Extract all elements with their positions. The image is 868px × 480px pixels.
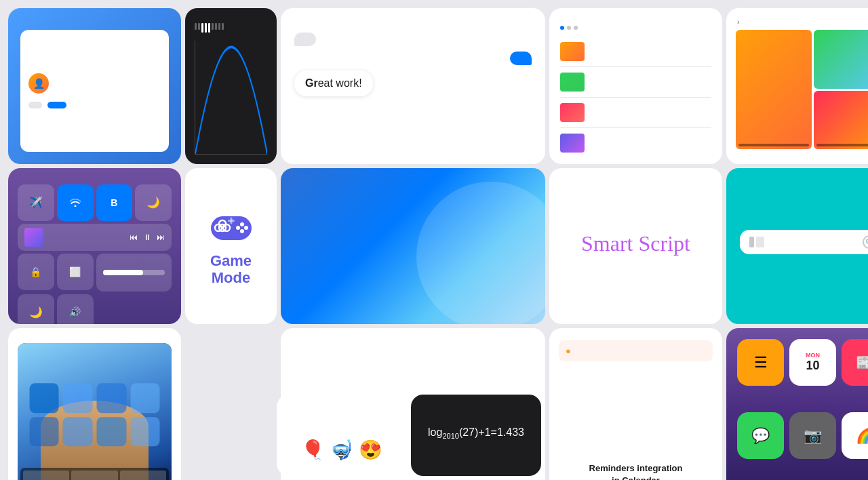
music-controls: ⏮ ⏸ ⏭ bbox=[130, 233, 165, 242]
calendar-month: MON bbox=[806, 352, 820, 359]
reminders-badge-row: ● bbox=[559, 340, 713, 361]
smart-script-title: Smart Script bbox=[581, 231, 690, 256]
bubble-3: Great work! bbox=[294, 71, 373, 96]
music-art bbox=[24, 228, 43, 247]
tick bbox=[205, 23, 207, 33]
cc-wifi bbox=[57, 184, 94, 221]
scene-thumb-cast bbox=[560, 103, 585, 122]
tick bbox=[201, 23, 203, 33]
allow-button[interactable] bbox=[47, 102, 66, 108]
game-mode-card: Game Mode bbox=[185, 168, 277, 324]
svg-point-8 bbox=[240, 229, 244, 233]
tab-bar-card: 🔍 bbox=[726, 168, 868, 324]
bubble-wrapper-2 bbox=[294, 52, 532, 65]
cc-lock: 🔒 bbox=[18, 254, 54, 290]
tick bbox=[198, 23, 200, 30]
scene-thumb-color bbox=[560, 134, 585, 153]
bg-circle bbox=[416, 182, 545, 324]
bubble-wrapper-3: Great work! bbox=[294, 71, 532, 96]
sidebar-left bbox=[749, 237, 754, 247]
photo-small-2 bbox=[814, 91, 868, 150]
tick bbox=[218, 23, 220, 30]
tick bbox=[208, 23, 210, 33]
sharplay-card: 👤 bbox=[8, 8, 181, 164]
pause-icon[interactable]: ⏸ bbox=[143, 233, 151, 242]
widget-1 bbox=[23, 471, 69, 480]
reminders-title: Reminders integrationin Calendar bbox=[559, 462, 713, 480]
app-icon-3 bbox=[97, 383, 127, 413]
reminders-card: ● Reminders integrationin Calendar bbox=[549, 328, 722, 480]
slider-area bbox=[195, 23, 267, 33]
scene-item-color bbox=[560, 128, 711, 158]
great-rest: eat work! bbox=[318, 77, 362, 89]
home-screen-card bbox=[8, 328, 181, 480]
cc-music-player: ⏮ ⏸ ⏭ bbox=[18, 224, 172, 251]
today-bar bbox=[738, 144, 809, 146]
game-mode-title: Game Mode bbox=[210, 253, 252, 285]
smart-script-text-display: Smart Script bbox=[581, 231, 690, 256]
text-effects-card: Great work! bbox=[281, 8, 545, 164]
photos-card: › bbox=[726, 8, 868, 164]
freeform-card bbox=[549, 8, 722, 164]
tab-bar-demo: 🔍 bbox=[740, 230, 868, 254]
tab-browse[interactable] bbox=[789, 240, 797, 244]
reminders-content bbox=[559, 365, 713, 458]
ipados-card bbox=[281, 168, 545, 324]
cc-screen: ⬜ bbox=[57, 254, 94, 290]
yesterday-bar bbox=[816, 144, 868, 146]
app-icon-camera: 📷 bbox=[789, 412, 836, 459]
app-icon-6 bbox=[63, 417, 93, 447]
sharplay-screen: 👤 bbox=[20, 30, 169, 152]
photo-large bbox=[736, 30, 812, 149]
dont-allow-button[interactable] bbox=[28, 102, 42, 108]
dot bbox=[574, 26, 578, 30]
emoji-math-row: 🎈 🤿 😍 log2010(27)+1=1.433 bbox=[277, 395, 541, 476]
brightness-fill bbox=[103, 270, 143, 275]
svg-point-5 bbox=[240, 222, 244, 226]
svg-point-7 bbox=[236, 226, 240, 230]
tick bbox=[215, 23, 217, 30]
photos-grid bbox=[736, 30, 868, 149]
forward-icon[interactable]: ⏭ bbox=[157, 233, 165, 242]
app-icons-grid: ☰ MON 10 📰 💬 📷 🌈 bbox=[737, 339, 868, 480]
graphing-card bbox=[185, 8, 277, 164]
app-icon-reminders: ☰ bbox=[737, 339, 784, 386]
reminder-dot-icon: ● bbox=[566, 346, 571, 356]
messages-container: Great work! bbox=[294, 33, 532, 96]
tick bbox=[222, 23, 224, 30]
cc-airplane: ✈️ bbox=[18, 184, 54, 221]
scene-item-cast bbox=[560, 98, 711, 128]
chevron-right-icon: › bbox=[737, 18, 740, 26]
app-icon-photos: 🌈 bbox=[842, 412, 868, 459]
search-icon[interactable]: 🔍 bbox=[863, 235, 868, 249]
tab-radio[interactable] bbox=[804, 240, 812, 244]
cc-focus: 🌙 bbox=[135, 184, 172, 221]
sidebar-right bbox=[756, 237, 764, 247]
app-icon-8 bbox=[130, 417, 160, 447]
app-icon-news: 📰 bbox=[842, 339, 868, 386]
icons-overlay bbox=[29, 383, 160, 446]
app-icon-2 bbox=[63, 383, 93, 413]
widget-bar bbox=[20, 468, 169, 480]
bubble-2 bbox=[510, 52, 532, 65]
game-mode-line2: Mode bbox=[212, 269, 250, 286]
tab-home[interactable] bbox=[774, 240, 782, 244]
cc-moon: 🌙 bbox=[18, 294, 54, 325]
scene-thumb-production bbox=[560, 73, 585, 92]
rewind-icon[interactable]: ⏮ bbox=[130, 233, 138, 242]
cc-brightness bbox=[96, 254, 172, 292]
sidebar-icon bbox=[749, 237, 764, 247]
bubble-1 bbox=[294, 33, 316, 46]
app-icon-calendar: MON 10 bbox=[789, 339, 836, 386]
app-icon-1 bbox=[29, 383, 59, 413]
tick bbox=[195, 23, 197, 30]
great-bold: Gr bbox=[305, 77, 318, 89]
bubble-wrapper-1 bbox=[294, 33, 532, 46]
app-icons-card: ☰ MON 10 📰 💬 📷 🌈 bbox=[726, 328, 868, 480]
dot bbox=[567, 26, 571, 30]
reminders-inner: ● Reminders integrationin Calendar bbox=[549, 328, 722, 480]
calendar-day: 10 bbox=[806, 359, 819, 373]
app-icon-messages: 💬 bbox=[737, 412, 784, 459]
app-icon-5 bbox=[29, 417, 59, 447]
game-mode-line1: Game bbox=[210, 252, 252, 269]
